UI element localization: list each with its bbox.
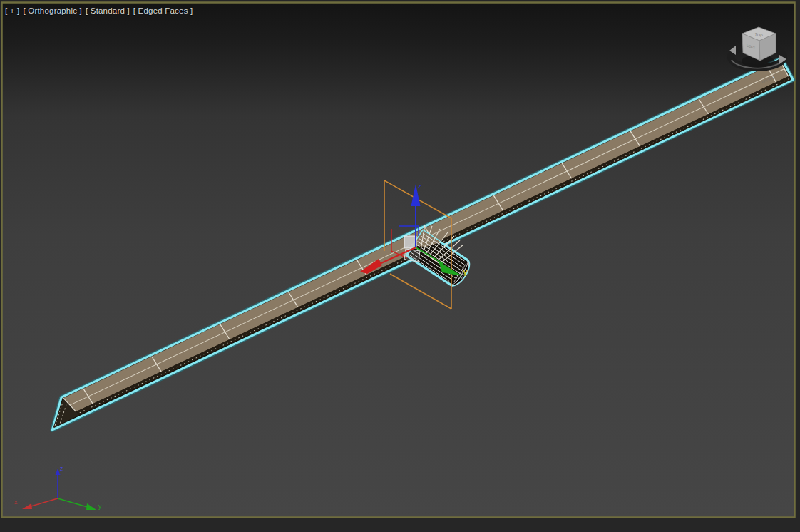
viewport-label: [ + ] [ Orthographic ] [ Standard ] [ Ed… bbox=[5, 6, 193, 15]
gizmo-y-label: Y bbox=[463, 270, 468, 277]
viewport-pov-menu[interactable]: [ Orthographic ] bbox=[24, 6, 82, 15]
max-viewport-screenshot: Z Y TOP LEFT FRONT bbox=[0, 0, 800, 532]
viewport-shading-menu[interactable]: [ Edged Faces ] bbox=[133, 6, 193, 15]
viewport-general-menu[interactable]: [ + ] bbox=[5, 6, 20, 15]
viewport-canvas[interactable]: Z Y TOP LEFT FRONT bbox=[0, 0, 800, 532]
viewport-render-preset-menu[interactable]: [ Standard ] bbox=[86, 6, 130, 15]
gizmo-plane-handle-filled[interactable] bbox=[404, 236, 416, 248]
gizmo-z-label: Z bbox=[418, 183, 421, 190]
tripod-z-label: z bbox=[60, 465, 63, 472]
